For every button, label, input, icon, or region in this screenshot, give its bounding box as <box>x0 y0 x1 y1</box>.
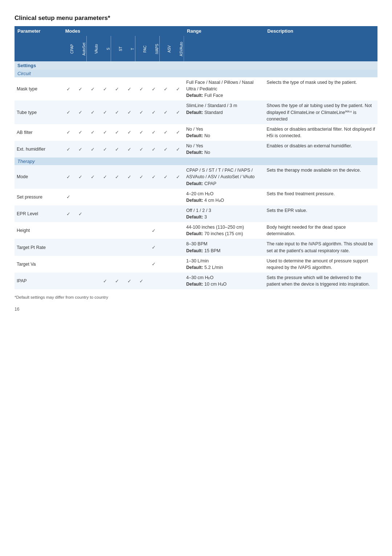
table-row: Set pressure✓4–20 cm H₂O Default: 4 cm H… <box>15 189 377 205</box>
mode-col-autoset: AutoSet <box>74 36 87 61</box>
table-row: IPAP✓✓✓✓4–30 cm H₂O Default: 10 cm H₂OSe… <box>15 273 377 289</box>
description-cell: Used to determine the amount of pressure… <box>265 256 377 273</box>
header-param-spacer <box>15 36 62 61</box>
mode-check-cell: ✓ <box>147 239 160 255</box>
mode-check-cell: ✓ <box>160 141 172 158</box>
page-number: 16 <box>15 307 377 312</box>
sub-section-header: Therapy <box>15 158 377 165</box>
mode-check-cell: ✓ <box>62 165 75 188</box>
mode-check-cell <box>87 222 99 239</box>
param-name: Target Pt Rate <box>15 239 62 255</box>
mode-check-cell: ✓ <box>111 273 123 289</box>
mode-check-cell: ✓ <box>160 101 172 124</box>
mode-check-cell: ✓ <box>147 124 160 141</box>
mode-col-cpap: CPAP <box>62 36 75 61</box>
range-cell: No / Yes Default: No <box>184 141 265 158</box>
mode-check-cell <box>123 205 135 222</box>
mode-check-cell <box>87 189 99 205</box>
mode-check-cell: ✓ <box>147 256 160 273</box>
mode-col-st: ST <box>111 36 123 61</box>
description-cell: Enables or disables antibacterial filter… <box>265 124 377 141</box>
page-title: Clinical setup menu parameters* <box>15 15 377 22</box>
mode-check-cell: ✓ <box>87 165 99 188</box>
param-name: Height <box>15 222 62 239</box>
range-cell: CPAP / S / ST / T / PAC / iVAPS / ASVAut… <box>184 165 265 188</box>
mode-check-cell <box>99 205 111 222</box>
mode-check-cell <box>123 222 135 239</box>
mode-check-cell: ✓ <box>147 141 160 158</box>
footnote: *Default settings may differ from countr… <box>15 295 377 299</box>
mode-check-cell: ✓ <box>111 165 123 188</box>
mode-check-cell <box>111 205 123 222</box>
range-cell: 4–30 cm H₂O Default: 10 cm H₂O <box>184 273 265 289</box>
mode-check-cell: ✓ <box>87 141 99 158</box>
mode-check-cell <box>123 256 135 273</box>
mode-check-cell: ✓ <box>99 124 111 141</box>
mode-check-cell: ✓ <box>111 141 123 158</box>
header-range: Range <box>184 26 265 36</box>
mode-check-cell <box>62 273 75 289</box>
mode-check-cell <box>135 222 148 239</box>
description-cell: Body height needed for the dead space de… <box>265 222 377 239</box>
sub-section-header: Circuit <box>15 70 377 77</box>
mode-check-cell: ✓ <box>135 101 148 124</box>
mode-check-cell: ✓ <box>172 77 184 101</box>
description-cell: Selects the type of mask used by the pat… <box>265 77 377 101</box>
param-name: Mask type <box>15 77 62 101</box>
header-range-spacer <box>184 36 265 61</box>
mode-check-cell: ✓ <box>87 124 99 141</box>
description-cell: Enables or disables an external humidifi… <box>265 141 377 158</box>
mode-check-cell: ✓ <box>135 77 148 101</box>
table-row: Target Va✓1–30 L/min Default: 5.2 L/minU… <box>15 256 377 273</box>
param-name: Tube type <box>15 101 62 124</box>
header-modes: Modes <box>62 26 184 36</box>
mode-check-cell: ✓ <box>123 77 135 101</box>
mode-check-cell <box>147 273 160 289</box>
mode-check-cell: ✓ <box>123 165 135 188</box>
description-cell: Sets the EPR value. <box>265 205 377 222</box>
table-row: Ext. humidifier✓✓✓✓✓✓✓✓✓✓No / Yes Defaul… <box>15 141 377 158</box>
range-cell: 1–30 L/min Default: 5.2 L/min <box>184 256 265 273</box>
mode-check-cell <box>74 273 87 289</box>
range-cell: Full Face / Nasal / Pillows / Nasal Ultr… <box>184 77 265 101</box>
mode-check-cell: ✓ <box>172 165 184 188</box>
mode-check-cell: ✓ <box>62 77 75 101</box>
table-row: Mode✓✓✓✓✓✓✓✓✓✓CPAP / S / ST / T / PAC / … <box>15 165 377 188</box>
mode-check-cell <box>74 256 87 273</box>
mode-check-cell <box>99 189 111 205</box>
param-name: Target Va <box>15 256 62 273</box>
table-header-row-1: Parameter Modes Range Description <box>15 26 377 36</box>
mode-check-cell <box>87 205 99 222</box>
mode-check-cell <box>99 256 111 273</box>
description-cell: Sets the fixed treatment pressure. <box>265 189 377 205</box>
range-cell: SlimLine / Standard / 3 m Default: Stand… <box>184 101 265 124</box>
mode-check-cell <box>111 189 123 205</box>
mode-check-cell: ✓ <box>172 141 184 158</box>
mode-check-cell <box>135 205 148 222</box>
mode-check-cell: ✓ <box>99 141 111 158</box>
description-cell: Shows the type of air tubing used by the… <box>265 101 377 124</box>
mode-check-cell <box>172 222 184 239</box>
mode-check-cell: ✓ <box>123 273 135 289</box>
table-header-row-2: CPAP AutoSet VAuto S ST T PAC iVAPS ASV … <box>15 36 377 61</box>
range-cell: 4–20 cm H₂O Default: 4 cm H₂O <box>184 189 265 205</box>
description-cell: The rate input to the iVAPS algorithm. T… <box>265 239 377 255</box>
range-cell: 44-100 inches (110–250 cm) Default: 70 i… <box>184 222 265 239</box>
mode-check-cell <box>87 256 99 273</box>
mode-check-cell: ✓ <box>123 124 135 141</box>
mode-check-cell: ✓ <box>172 124 184 141</box>
mode-col-t: T <box>123 36 135 61</box>
mode-check-cell <box>87 239 99 255</box>
mode-check-cell <box>135 239 148 255</box>
mode-col-s: S <box>99 36 111 61</box>
mode-check-cell <box>172 273 184 289</box>
mode-check-cell <box>111 256 123 273</box>
table-row: Mask type✓✓✓✓✓✓✓✓✓✓Full Face / Nasal / P… <box>15 77 377 101</box>
mode-check-cell <box>87 273 99 289</box>
mode-check-cell: ✓ <box>111 101 123 124</box>
mode-check-cell: ✓ <box>99 165 111 188</box>
mode-check-cell <box>160 222 172 239</box>
mode-check-cell: ✓ <box>87 101 99 124</box>
mode-check-cell: ✓ <box>135 124 148 141</box>
mode-check-cell <box>62 239 75 255</box>
